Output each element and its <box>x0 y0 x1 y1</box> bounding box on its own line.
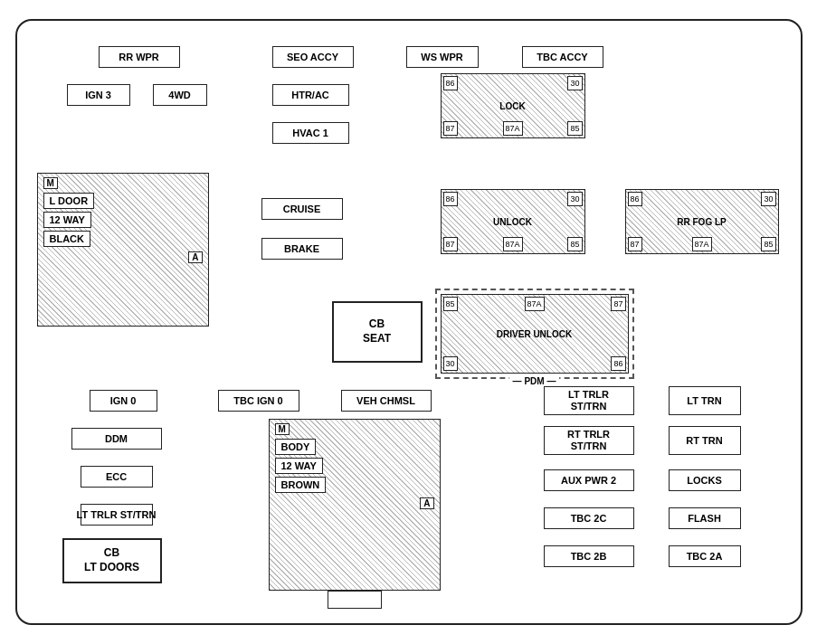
connector-body-tab <box>328 591 382 609</box>
relay-du-85: 85 <box>443 297 458 311</box>
relay-rr-fog-85: 85 <box>761 237 775 251</box>
relay-lock-86: 86 <box>443 76 458 90</box>
box-lt-trn: LT TRN <box>669 386 741 415</box>
box-seo-accy: SEO ACCY <box>272 46 354 68</box>
box-ws-wpr: WS WPR <box>406 46 479 68</box>
relay-unlock: 86 30 UNLOCK 87 87A 85 <box>441 189 585 254</box>
connector-l-door-color: BLACK <box>43 231 91 247</box>
box-flash: FLASH <box>669 507 741 529</box>
relay-lock-85: 85 <box>567 121 582 136</box>
box-htr-ac: HTR/AC <box>272 84 349 106</box>
box-veh-stop: DDM <box>71 428 162 450</box>
relay-rr-fog-30: 30 <box>761 192 775 206</box>
connector-l-door-a: A <box>188 251 202 263</box>
relay-rr-fog-87a: 87A <box>691 237 711 251</box>
box-aux-pwr2: AUX PWR 2 <box>544 469 634 491</box>
connector-l-door-label: L DOOR <box>43 193 95 209</box>
relay-lock-87: 87 <box>443 121 458 136</box>
connector-l-door-way: 12 WAY <box>43 212 91 228</box>
relay-du-87a: 87A <box>524 297 544 311</box>
cb-seat: CBSEAT <box>332 301 423 363</box>
pdm-label: — PDM — <box>509 376 560 386</box>
connector-body-a: A <box>420 497 433 509</box>
box-rt-trn: RT TRN <box>669 426 741 455</box>
relay-unlock-87a: 87A <box>502 237 522 251</box>
connector-l-door: M L DOOR 12 WAY BLACK A <box>37 173 209 327</box>
cb-seat-label: CBSEAT <box>363 317 391 346</box>
box-brake: BRAKE <box>261 238 343 260</box>
relay-lock-30: 30 <box>567 76 582 90</box>
box-4wd: 4WD <box>153 84 207 106</box>
connector-body-m: M <box>275 423 290 435</box>
relay-rr-fog-label: RR FOG LP <box>677 217 726 227</box>
relay-rr-fog-87: 87 <box>628 237 642 251</box>
box-ecc: LT TRLR ST/TRN <box>81 504 153 526</box>
box-rt-trlr: RT TRLRST/TRN <box>544 426 634 455</box>
connector-body: M BODY 12 WAY BROWN A <box>269 419 441 591</box>
connector-body-color: BROWN <box>275 477 327 493</box>
relay-driver-unlock: 85 87A 87 DRIVER UNLOCK 30 86 <box>441 294 629 374</box>
box-tbc-2c: TBC 2C <box>544 507 634 529</box>
relay-lock-87a: 87A <box>502 121 522 136</box>
relay-du-label: DRIVER UNLOCK <box>497 329 572 339</box>
relay-du-30: 30 <box>443 356 458 371</box>
connector-body-label: BODY <box>275 439 317 455</box>
relay-unlock-label: UNLOCK <box>493 217 532 227</box>
relay-lock-label: LOCK <box>499 101 525 111</box>
box-veh-chmsl: VEH CHMSL <box>341 390 432 412</box>
connector-l-door-m: M <box>43 177 58 189</box>
cb-lt-doors-label: CBLT DOORS <box>84 546 139 574</box>
box-tbc-2a: TBC 2A <box>669 545 741 567</box>
relay-rr-fog-86: 86 <box>628 192 642 206</box>
cb-lt-doors: CBLT DOORS <box>62 538 162 583</box>
box-ign3: IGN 3 <box>67 84 130 106</box>
box-tbc-ign0: TBC IGN 0 <box>218 390 299 412</box>
relay-unlock-85: 85 <box>567 237 582 251</box>
relay-unlock-87: 87 <box>443 237 458 251</box>
pdm-box: 85 87A 87 DRIVER UNLOCK 30 86 — PDM — <box>435 289 634 379</box>
box-rr-wpr: RR WPR <box>99 46 180 68</box>
relay-lock: 86 30 LOCK 87 87A 85 <box>441 73 585 138</box>
box-lt-trlr: LT TRLRST/TRN <box>544 386 634 415</box>
box-tbc-2b: TBC 2B <box>544 545 634 567</box>
relay-du-87: 87 <box>611 297 625 311</box>
relay-unlock-86: 86 <box>443 192 458 206</box>
box-tbc-accy: TBC ACCY <box>522 46 603 68</box>
connector-body-way: 12 WAY <box>275 458 323 474</box>
relay-rr-fog: 86 30 RR FOG LP 87 87A 85 <box>625 189 779 254</box>
relay-unlock-30: 30 <box>567 192 582 206</box>
box-ign0: IGN 0 <box>90 390 157 412</box>
relay-du-86: 86 <box>611 356 625 371</box>
main-diagram: RR WPR SEO ACCY WS WPR TBC ACCY IGN 3 4W… <box>15 19 803 625</box>
box-cruise: CRUISE <box>261 198 343 220</box>
box-ddm: ECC <box>81 466 153 488</box>
box-locks: LOCKS <box>669 469 741 491</box>
box-hvac1: HVAC 1 <box>272 122 349 144</box>
